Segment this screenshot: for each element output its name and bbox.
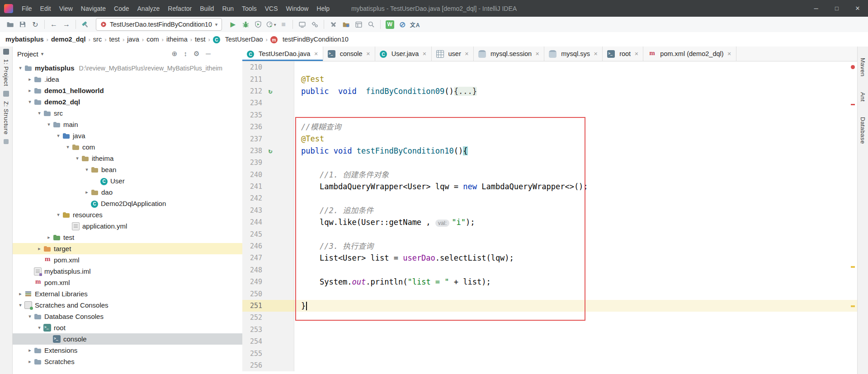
breadcrumb-testfindbycondition10[interactable]: testFindByCondition10	[270, 36, 349, 43]
attach-monitor-icon[interactable]	[296, 19, 308, 30]
save-all-icon[interactable]	[16, 19, 29, 30]
editor-line-252[interactable]: 252	[242, 312, 857, 323]
line-number[interactable]: 253	[242, 326, 262, 334]
breadcrumb-test[interactable]: test	[195, 36, 205, 43]
search-icon[interactable]	[365, 19, 377, 30]
breadcrumb-java[interactable]: java	[127, 36, 139, 43]
locate-file-icon[interactable]: ⊕	[172, 50, 178, 58]
line-number[interactable]: 255	[242, 350, 262, 358]
collapse-all-icon[interactable]: ↕	[184, 50, 187, 58]
tree-open-arrow-icon[interactable]: ▾	[26, 99, 34, 105]
editor-line-247[interactable]: 247 List<User> list = userDao.selectList…	[242, 252, 857, 264]
scrollbar-warning-mark[interactable]	[851, 305, 855, 307]
line-number[interactable]: 250	[242, 290, 262, 298]
line-number[interactable]: 238	[242, 147, 262, 155]
tool-button-structure[interactable]: Z: Structure	[3, 101, 9, 135]
tree-open-arrow-icon[interactable]: ▾	[54, 133, 62, 139]
project-structure-icon[interactable]	[340, 19, 352, 30]
tree-item-test[interactable]: ▸test	[13, 232, 242, 243]
profiler-icon[interactable]: ▾	[264, 19, 277, 30]
minimize-button[interactable]: ─	[806, 0, 826, 17]
run-test-gutter-icon[interactable]: ↻	[262, 87, 278, 95]
tab-console[interactable]: console✕	[323, 47, 375, 61]
editor-line-251[interactable]: 251}	[242, 300, 857, 312]
editor-line-210[interactable]: 210	[242, 61, 857, 73]
menu-vcs[interactable]: VCS	[261, 0, 282, 17]
tree-closed-arrow-icon[interactable]: ▸	[26, 76, 34, 82]
menu-window[interactable]: Window	[282, 0, 313, 17]
line-number[interactable]: 247	[242, 254, 262, 262]
tree-item-pom-xml[interactable]: pom.xml	[13, 254, 242, 266]
word-count-plugin-icon[interactable]: W	[383, 19, 396, 30]
menu-help[interactable]: Help	[312, 0, 334, 17]
line-number[interactable]: 246	[242, 242, 262, 250]
tree-item--idea[interactable]: ▸.idea	[13, 74, 242, 85]
editor-line-241[interactable]: 241 LambdaQueryWrapper<User> lqw = new L…	[242, 181, 857, 192]
tree-item-console[interactable]: console	[13, 333, 242, 345]
editor-line-243[interactable]: 243 //2. 追加条件	[242, 205, 857, 216]
line-number[interactable]: 234	[242, 99, 262, 107]
tree-item-com[interactable]: ▾com	[13, 141, 242, 153]
line-number[interactable]: 237	[242, 135, 262, 143]
line-number[interactable]: 249	[242, 278, 262, 286]
tab-pom-xml-demo2-dql-[interactable]: pom.xml (demo2_dql)✕	[643, 47, 736, 61]
build-hammer-icon[interactable]	[79, 19, 91, 30]
editor-line-239[interactable]: 239	[242, 157, 857, 168]
run-with-coverage-icon[interactable]	[252, 19, 264, 30]
line-number[interactable]: 235	[242, 111, 262, 119]
tab-mysql-session[interactable]: mysql.session✕	[474, 47, 544, 61]
breadcrumb-demo2-dql[interactable]: demo2_dql	[51, 36, 86, 43]
tree-open-arrow-icon[interactable]: ▾	[45, 122, 53, 127]
project-view-title[interactable]: Project	[17, 50, 38, 58]
tree-item-root[interactable]: ▾root	[13, 322, 242, 333]
tree-open-arrow-icon[interactable]: ▾	[16, 302, 24, 308]
tree-closed-arrow-icon[interactable]: ▸	[26, 359, 34, 365]
menu-tools[interactable]: Tools	[238, 0, 261, 17]
editor-line-248[interactable]: 248	[242, 264, 857, 276]
line-number[interactable]: 254	[242, 337, 262, 346]
editor-line-234[interactable]: 234	[242, 97, 857, 109]
run-configuration-select[interactable]: TestUserDao.testFindByCondition10 ▾	[96, 18, 222, 31]
tab-user[interactable]: user✕	[432, 47, 474, 61]
line-number[interactable]: 252	[242, 313, 262, 322]
tree-item-pom-xml[interactable]: pom.xml	[13, 277, 242, 288]
tool-button-maven[interactable]: Maven	[859, 58, 866, 77]
tree-item-bean[interactable]: ▾bean	[13, 164, 242, 175]
tree-item-mybatisplus-iml[interactable]: mybatisplus.iml	[13, 266, 242, 277]
tree-item-extensions[interactable]: ▸Extensions	[13, 345, 242, 356]
menu-refactor[interactable]: Refactor	[164, 0, 196, 17]
menu-build[interactable]: Build	[196, 0, 218, 17]
close-button[interactable]: ✕	[847, 0, 868, 17]
tree-closed-arrow-icon[interactable]: ▸	[45, 234, 53, 240]
close-tab-icon[interactable]: ✕	[366, 51, 370, 57]
close-tab-icon[interactable]: ✕	[535, 51, 539, 57]
scrollbar-warning-mark[interactable]	[851, 266, 855, 268]
line-number[interactable]: 242	[242, 194, 262, 202]
tree-item-database-consoles[interactable]: ▾Database Consoles	[13, 311, 242, 322]
tree-open-arrow-icon[interactable]: ▾	[83, 167, 91, 173]
breadcrumb-testuserdao[interactable]: TestUserDao	[213, 36, 263, 43]
line-number[interactable]: 210	[242, 63, 262, 71]
run-test-gutter-icon[interactable]: ↻	[262, 147, 278, 155]
structure-tool-icon[interactable]	[3, 91, 9, 97]
editor-line-256[interactable]: 256	[242, 360, 857, 371]
tree-open-arrow-icon[interactable]: ▾	[16, 65, 24, 71]
line-number[interactable]: 211	[242, 75, 262, 84]
close-tab-icon[interactable]: ✕	[422, 51, 426, 57]
close-tab-icon[interactable]: ✕	[465, 51, 469, 57]
tree-open-arrow-icon[interactable]: ▾	[73, 155, 81, 161]
tree-item-mybatisplus[interactable]: ▾mybatisplusD:\review_MyBatisPlus\review…	[13, 62, 242, 74]
run-icon[interactable]: ▶	[226, 19, 239, 30]
hide-panel-icon[interactable]: ─	[206, 50, 211, 58]
menu-view[interactable]: View	[55, 0, 77, 17]
editor-line-235[interactable]: 235	[242, 109, 857, 121]
editor-line-250[interactable]: 250	[242, 288, 857, 299]
power-save-icon[interactable]: ⊘	[396, 19, 409, 30]
tool-button-ant[interactable]: Ant	[859, 92, 866, 102]
tree-item-java[interactable]: ▾java	[13, 130, 242, 141]
settings-tools-icon[interactable]	[327, 19, 340, 30]
back-icon[interactable]: ←	[47, 19, 60, 30]
menu-code[interactable]: Code	[110, 0, 133, 17]
editor-line-253[interactable]: 253	[242, 324, 857, 336]
tree-open-arrow-icon[interactable]: ▾	[64, 144, 72, 150]
